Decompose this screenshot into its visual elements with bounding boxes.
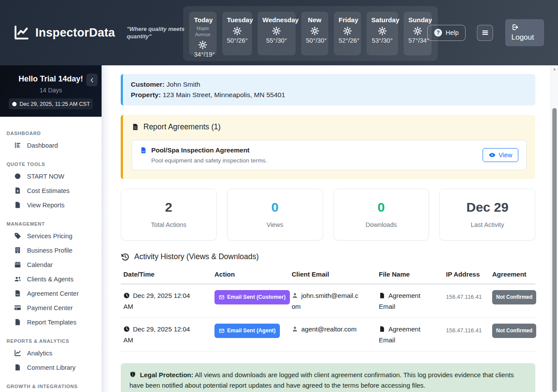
cell-datetime: Dec 29, 2025 12:04 AM [121,290,212,312]
scrollbar-thumb[interactable] [552,108,557,392]
sun-icon [343,27,352,35]
tags-icon [14,232,21,240]
weather-day-label: Friday [339,16,356,24]
view-label: View [499,152,512,159]
person-icon [292,292,298,299]
nav-section-label: REPORTS & ANALYTICS [7,338,97,344]
property-value: 123 Main Street, Minneapolis, MN 55401 [163,91,285,98]
envelope-icon [219,294,225,300]
cell-ip-address: 156.47.116.41 [443,290,490,312]
sidebar-item-start-now[interactable]: START NOW [7,169,97,183]
agreement-name-row: Pool/Spa Inspection Agreement [140,146,267,154]
column-header: Action [212,270,289,278]
sidebar: Hello Trial 14day! 14 Days Dec 29, 2025,… [0,65,102,392]
shield-icon [129,371,136,378]
legal-protection-label: Legal Protection: [140,371,194,378]
nav-section-label: MANAGEMENT [7,221,97,226]
cell-client-email: agent@realtor.com [289,324,376,345]
sun-icon [272,27,281,35]
customer-line: Customer: John Smith [131,79,527,90]
sidebar-item-report-templates[interactable]: Report Templates [7,315,97,329]
sidebar-item-payment-center[interactable]: Payment Center [7,301,97,315]
sidebar-item-agreement-center[interactable]: Agreement Center [7,286,97,301]
weather-day-label: Wednesday [262,16,291,24]
property-line: Property: 123 Main Street, Minneapolis, … [131,90,527,100]
stat-card: Dec 29Last Activity [439,189,535,240]
weather-day-label: New [306,16,323,24]
weather-card: Tuesday50°/26° [222,12,252,55]
table-row: Dec 29, 2025 12:04 AMEmail Sent (Custome… [121,284,535,318]
activity-table-header: Date/TimeActionClient EmailFile NameIP A… [121,267,535,284]
vertical-scrollbar: ▲ [551,65,558,392]
weather-card: Saturday53°/30° [367,12,398,55]
weather-temps: 50°/26° [227,37,248,44]
clock-icon [123,292,130,299]
column-header: Date/Time [121,270,212,278]
weather-temps: 34°/19° [194,51,212,58]
weather-card: Wednesday55°/30° [258,12,296,55]
sidebar-item-cost-estimates[interactable]: $Cost Estimates [7,183,97,198]
weather-temps: 57°/34° [408,37,427,44]
clock-icon [12,101,17,107]
weather-day-label: Today [194,16,212,24]
sidebar-item-label: Agreement Center [27,290,78,297]
sidebar-gutter [102,65,109,392]
weather-day-label: Tuesday [227,16,248,24]
customer-label: Customer: [131,81,165,88]
view-agreement-button[interactable]: View [483,148,518,162]
sidebar-item-label: View Reports [27,202,65,209]
agreement-info: Pool/Spa Inspection Agreement Pool equip… [140,146,267,164]
users-icon [14,275,21,283]
sidebar-item-label: Business Profile [27,247,72,254]
table-row: Dec 29, 2025 12:04 AMEmail Sent (Agent)a… [121,318,535,351]
circle-icon [14,172,21,180]
sidebar-item-label: Comment Library [27,364,75,371]
sidebar-item-label: Report Templates [27,319,76,326]
weather-forecast: TodayMaple Avenue34°/19°Tuesday50°/26°We… [183,6,438,61]
weather-temps: 52°/26° [339,37,356,44]
sidebar-item-dashboard[interactable]: Dashboard [7,138,97,152]
file-dollar-icon: $ [14,187,21,194]
help-label: Help [446,29,459,36]
sidebar-item-label: Payment Center [27,304,73,311]
activity-table-body: Dec 29, 2025 12:04 AMEmail Sent (Custome… [121,284,535,351]
column-header: IP Address [443,270,490,278]
sidebar-item-label: Clients & Agents [27,276,73,283]
sidebar-item-calendar[interactable]: Calendar [7,257,97,272]
stat-card: 0Downloads [333,189,429,240]
sidebar-item-label: Dashboard [27,142,58,149]
cell-file-name: Agreement Email [376,290,443,312]
activity-history-title: Activity History (Views & Downloads) [121,252,535,261]
sun-icon [413,27,422,35]
activity-table: Date/TimeActionClient EmailFile NameIP A… [121,267,535,351]
cell-ip-address: 156.47.116.41 [443,324,490,345]
datetime-pill: Dec 29, 2025, 11:25 AM CST [9,98,93,109]
brand: InspectorData "Where quality meets quant… [13,24,196,41]
sidebar-item-analytics[interactable]: Analytics [7,346,97,360]
clock-icon [123,326,130,332]
sidebar-item-view-reports[interactable]: View Reports [7,198,97,212]
menu-button[interactable] [477,25,493,41]
file-icon [14,318,21,326]
legal-protection-note: Legal Protection: All views and download… [121,363,535,392]
brand-logo-icon [13,24,30,41]
sign-out-icon [511,24,519,31]
hamburger-icon [481,28,490,37]
scrollbar-up-arrow[interactable]: ▲ [551,65,558,72]
main-content: Customer: John Smith Property: 123 Main … [109,65,551,392]
sidebar-item-services-pricing[interactable]: Services Pricing [7,229,97,243]
sun-icon [378,27,387,35]
sidebar-collapse-button[interactable] [86,74,98,86]
action-badge: Email Sent (Customer) [214,290,290,304]
stat-label: Downloads [334,221,429,228]
sidebar-item-comment-library[interactable]: Comment Library [7,360,97,375]
cell-agreement: Not Confirmed [490,324,536,345]
sidebar-item-business-profile[interactable]: Business Profile [7,243,97,257]
sun-icon [310,27,319,35]
weather-card: New50°/30° [301,12,328,55]
logout-button[interactable]: Logout [505,19,544,46]
cell-datetime: Dec 29, 2025 12:04 AM [121,324,212,345]
cell-client-email: john.smith@email.com [289,290,376,312]
sidebar-item-clients-agents[interactable]: Clients & Agents [7,272,97,286]
sun-icon [198,41,207,49]
